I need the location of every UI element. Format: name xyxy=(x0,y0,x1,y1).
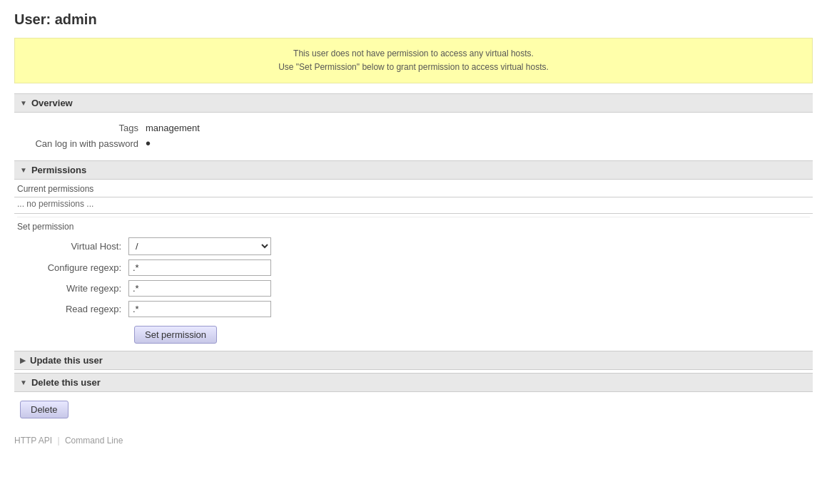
http-api-link[interactable]: HTTP API xyxy=(14,436,52,446)
delete-button[interactable]: Delete xyxy=(20,401,69,418)
permissions-section-label: Permissions xyxy=(31,165,86,175)
delete-user-section-label: Delete this user xyxy=(31,377,101,388)
tags-value: management xyxy=(146,123,200,133)
permissions-toggle-icon: ▼ xyxy=(20,166,27,174)
update-user-section-header[interactable]: ▶ Update this user xyxy=(14,351,813,370)
write-regexp-label: Write regexp: xyxy=(14,283,128,294)
footer: HTTP API | Command Line xyxy=(14,436,813,446)
read-regexp-label: Read regexp: xyxy=(14,304,128,314)
current-permissions-label: Current permissions xyxy=(17,184,810,194)
configure-regexp-input[interactable] xyxy=(128,259,271,276)
delete-user-section-body: Delete xyxy=(14,392,813,424)
delete-user-toggle-icon: ▼ xyxy=(20,379,27,386)
permissions-divider1 xyxy=(14,197,813,197)
overview-table: Tags management Can log in with password… xyxy=(17,123,810,150)
write-regexp-input[interactable] xyxy=(128,280,271,297)
permissions-divider2 xyxy=(14,213,813,214)
command-line-link[interactable]: Command Line xyxy=(65,436,123,446)
update-user-section-label: Update this user xyxy=(30,355,103,366)
read-regexp-input[interactable] xyxy=(128,301,271,317)
virtual-host-select[interactable]: / xyxy=(128,237,271,255)
permissions-section-header[interactable]: ▼ Permissions xyxy=(14,160,813,180)
footer-separator: | xyxy=(57,436,59,446)
overview-section-body: Tags management Can log in with password… xyxy=(14,113,813,160)
configure-regexp-row: Configure regexp: xyxy=(14,259,813,276)
can-log-in-label: Can log in with password xyxy=(17,138,146,149)
read-regexp-row: Read regexp: xyxy=(14,301,813,317)
no-permissions-text: ... no permissions ... xyxy=(17,199,810,209)
tags-label: Tags xyxy=(17,123,146,133)
warning-banner: This user does not have permission to ac… xyxy=(14,38,813,83)
virtual-host-row: Virtual Host: / xyxy=(14,237,813,255)
overview-section-header[interactable]: ▼ Overview xyxy=(14,93,813,113)
set-permission-button[interactable]: Set permission xyxy=(134,326,217,344)
virtual-host-label: Virtual Host: xyxy=(14,241,128,252)
configure-regexp-label: Configure regexp: xyxy=(14,262,128,273)
warning-line2: Use "Set Permission" below to grant perm… xyxy=(29,61,798,74)
page-title: User: admin xyxy=(14,11,813,28)
update-user-toggle-icon: ▶ xyxy=(20,356,26,364)
can-log-in-value: • xyxy=(146,136,151,150)
overview-toggle-icon: ▼ xyxy=(20,99,27,107)
set-permission-label: Set permission xyxy=(17,217,810,232)
tags-row: Tags management xyxy=(17,123,810,133)
permissions-section-body: Current permissions ... no permissions .… xyxy=(14,184,813,344)
write-regexp-row: Write regexp: xyxy=(14,280,813,297)
can-log-in-row: Can log in with password • xyxy=(17,136,810,150)
overview-section-label: Overview xyxy=(31,98,73,108)
warning-line1: This user does not have permission to ac… xyxy=(29,47,798,61)
delete-user-section-header[interactable]: ▼ Delete this user xyxy=(14,373,813,392)
